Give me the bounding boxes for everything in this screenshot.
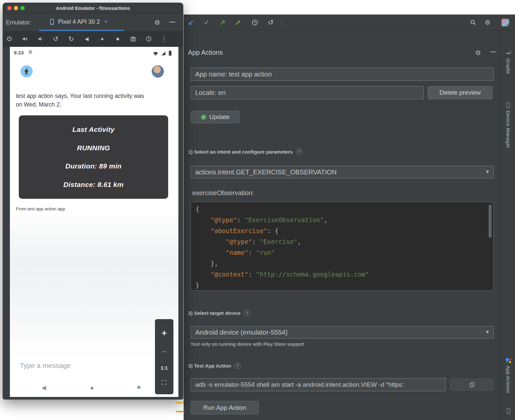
battery-icon [168,50,172,56]
section-1-text: 1) Select an intent and configure parame… [188,149,293,155]
emulator-window: Android Emulator - fitnessactions Emulat… [3,3,183,400]
zoom-reset-button[interactable]: 1:1 [161,365,168,371]
code-line: "@context": "http://schema.googleapis.co… [196,269,493,280]
sidebar-label-gradle: Gradle [505,58,511,74]
panel-options-gear-icon[interactable]: ⚙ [475,49,481,57]
section-3-label: 3) Test App Action ? [188,363,241,369]
sidebar-item-device-manager[interactable]: Device Manager [501,102,515,148]
arrow-down-left-icon[interactable]: ↙ [186,15,196,30]
runner-icon [23,68,30,75]
sidebar-label-app-actions: App Actions [505,366,511,393]
section-2-help-icon[interactable]: ? [244,310,250,316]
overview-icon[interactable]: ■ [114,35,122,43]
panel-minimize-icon[interactable]: — [490,48,496,55]
phone-statusbar: 9:23 ⚙ [10,48,178,58]
rotate-right-icon[interactable]: ↻ [67,35,75,43]
copy-command-button[interactable] [450,379,494,391]
undo-icon[interactable]: ↺ [265,15,276,30]
intent-dropdown-value: actions.intent.GET_EXERCISE_OBSERVATION [195,168,337,176]
nav-back-icon[interactable]: ◀ [42,384,46,391]
background-window-artifact [176,411,184,412]
search-icon[interactable] [468,15,478,30]
json-editor[interactable]: { "@type": "ExerciseObservation", "about… [191,202,494,291]
tool-window-strip: Gradle Device Manager App Actions [501,30,515,420]
window-title: Android Emulator - fitnessactions [3,3,183,14]
snapshots-icon[interactable] [145,35,153,43]
section-1-label: 1) Select an intent and configure parame… [188,149,302,155]
last-activity-card: Last Activity RUNNING Duration: 89 min D… [19,115,168,199]
device-hint-text: Test only on running device with Play St… [191,342,304,347]
parameter-name-label: exerciseObservation: [192,189,254,197]
card-duration: Duration: 89 min [19,162,168,170]
section-2-label: 2) Select target device ? [188,310,250,316]
assistant-background [10,211,178,356]
app-name-field[interactable]: App name: test app action [191,68,494,81]
sidebar-item-gradle[interactable]: Gradle [501,49,515,74]
nav-overview-icon[interactable]: ■ [137,384,140,391]
status-gear-icon: ⚙ [28,49,33,55]
message-input[interactable]: Type a message [20,362,71,370]
home-icon[interactable]: ● [98,35,106,43]
rotate-left-icon[interactable]: ↺ [52,35,60,43]
update-check-icon: ✓ [201,114,206,120]
nav-home-icon[interactable]: ● [90,384,94,392]
tab-pixel-4-api-30-2[interactable]: Pixel 4 API 30 2 × [39,14,124,31]
code-line: "@type": "ExerciseObservation", [196,215,493,225]
code-line: "@type": "Exercise", [196,236,493,247]
emulator-label: Emulator: [6,14,31,31]
settings-gear-icon[interactable]: ⚙ [482,15,493,30]
sidebar-item-device-explorer[interactable] [501,408,515,414]
clock-icon[interactable] [250,15,260,30]
arrow-up-right-icon[interactable]: ↗ [217,15,228,30]
section-3-help-icon[interactable]: ? [234,363,241,369]
sidebar-item-app-actions[interactable]: App Actions [501,357,515,393]
emulator-minimize-icon[interactable]: — [169,14,175,31]
card-title: Last Activity [19,126,168,134]
run-app-action-button[interactable]: Run App Action [191,401,259,414]
delete-preview-label: Delete preview [439,89,481,96]
json-editor-content: { "@type": "ExerciseObservation", "about… [196,204,493,291]
sidebar-label-device-manager: Device Manager [505,110,511,148]
delete-preview-button[interactable]: Delete preview [428,86,493,99]
section-2-text: 2) Select target device [188,310,240,316]
zoom-in-button[interactable]: + [162,328,167,338]
card-distance: Distance: 8.61 km [19,181,168,189]
check-icon[interactable]: ✓ [201,15,212,30]
more-options-icon[interactable]: ⋮ [160,35,168,43]
locale-field[interactable]: Locale: en [191,86,424,99]
device-dropdown[interactable]: Android device (emulator-5554) ▾ [191,326,494,339]
run-app-action-label: Run App Action [203,404,246,411]
editor-scrollbar[interactable] [489,205,492,238]
section-1-help-icon[interactable]: ? [296,149,302,155]
desktop: Android Emulator - fitnessactions Emulat… [0,0,515,420]
volume-up-icon[interactable] [21,35,29,43]
assistant-message-text: test app action says, Your last running … [16,92,146,109]
zoom-out-button[interactable]: − [162,347,167,356]
adb-command-field[interactable]: adb -s emulator-5554 shell am start -a a… [191,378,446,391]
volume-down-icon[interactable] [36,35,44,43]
from-app-label: From test app action app [16,206,65,211]
wifi-icon [153,52,158,56]
gradle-elephant-icon [505,49,512,56]
emulator-titlebar: Android Emulator - fitnessactions [3,3,183,14]
background-window-artifact [176,402,183,404]
profile-avatar-icon[interactable] [501,19,509,26]
power-icon[interactable] [5,35,13,43]
phone-screen: 9:23 ⚙ [10,47,178,397]
status-time: 9:23 [14,50,24,55]
device-phone-icon [49,19,55,25]
device-dropdown-value: Android device (emulator-5554) [195,329,288,336]
assistant-icon [505,357,512,363]
android-studio-window: ↙ ✓ ↗ ↺ ⚙ App Actions ⚙ — App name: test… [184,15,515,420]
intent-dropdown-arrow-icon: ▾ [486,166,489,178]
fit-screen-icon[interactable] [161,379,167,385]
update-button[interactable]: ✓ Update [191,111,240,123]
back-icon[interactable]: ◀ [83,35,91,43]
tab-close-icon[interactable]: × [104,18,107,25]
emulator-settings-gear-icon[interactable]: ⚙ [154,14,160,31]
device-dropdown-arrow-icon: ▾ [486,326,489,338]
run-to-cursor-icon[interactable] [233,15,244,30]
intent-dropdown[interactable]: actions.intent.GET_EXERCISE_OBSERVATION … [191,166,494,178]
camera-icon[interactable] [129,35,137,43]
emulator-tabbar: Emulator: Pixel 4 API 30 2 × ⚙ — [3,14,183,31]
